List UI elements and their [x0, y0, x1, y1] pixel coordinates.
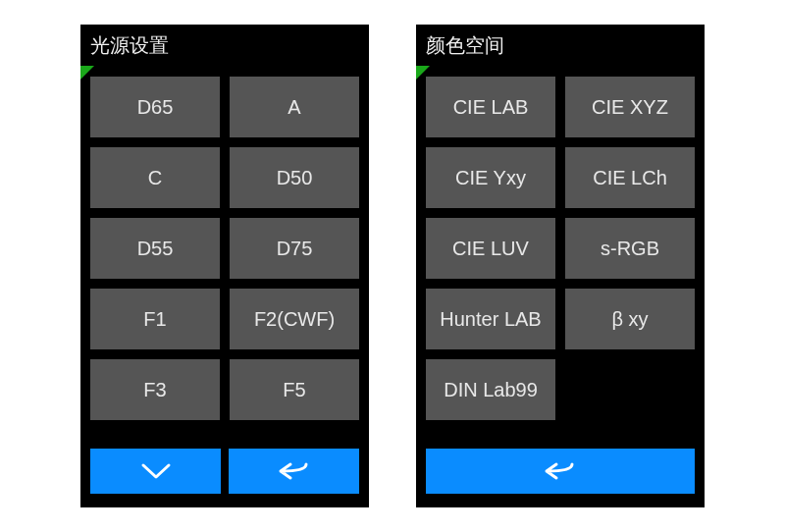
- screen-title: 颜色空间: [416, 25, 705, 69]
- option-f5[interactable]: F5: [230, 359, 359, 420]
- current-indicator-icon: [416, 66, 430, 80]
- option-f3[interactable]: F3: [90, 359, 220, 420]
- option-d50[interactable]: D50: [230, 147, 359, 208]
- option-cie-xyz[interactable]: CIE XYZ: [565, 77, 695, 137]
- option-c[interactable]: C: [90, 147, 220, 208]
- back-arrow-icon: [277, 460, 312, 482]
- option-din-lab99[interactable]: DIN Lab99: [426, 359, 555, 420]
- current-indicator-icon: [80, 66, 94, 80]
- option-beta-xy[interactable]: β xy: [565, 289, 695, 349]
- back-button[interactable]: [229, 449, 359, 494]
- page-down-button[interactable]: [90, 449, 221, 494]
- color-space-screen: 颜色空间 CIE LAB CIE XYZ CIE Yxy CIE LCh CIE…: [416, 25, 705, 507]
- bottom-bar: [80, 449, 369, 507]
- option-srgb[interactable]: s-RGB: [565, 218, 695, 279]
- option-d75[interactable]: D75: [230, 218, 359, 279]
- chevron-down-icon: [139, 461, 173, 481]
- empty-cell: [565, 359, 695, 420]
- screen-title: 光源设置: [80, 25, 369, 69]
- option-grid: CIE LAB CIE XYZ CIE Yxy CIE LCh CIE LUV …: [416, 69, 705, 449]
- option-cie-lab[interactable]: CIE LAB: [426, 77, 555, 137]
- option-f2cwf[interactable]: F2(CWF): [230, 289, 359, 349]
- bottom-bar: [416, 449, 705, 507]
- back-arrow-icon: [543, 460, 578, 482]
- option-d65[interactable]: D65: [90, 77, 220, 137]
- back-button[interactable]: [426, 449, 695, 494]
- option-hunter-lab[interactable]: Hunter LAB: [426, 289, 555, 349]
- option-cie-lch[interactable]: CIE LCh: [565, 147, 695, 208]
- option-cie-luv[interactable]: CIE LUV: [426, 218, 555, 279]
- option-d55[interactable]: D55: [90, 218, 220, 279]
- option-f1[interactable]: F1: [90, 289, 220, 349]
- option-grid: D65 A C D50 D55 D75 F1 F2(CWF) F3 F5: [80, 69, 369, 449]
- option-a[interactable]: A: [230, 77, 359, 137]
- option-cie-yxy[interactable]: CIE Yxy: [426, 147, 555, 208]
- light-source-settings-screen: 光源设置 D65 A C D50 D55 D75 F1 F2(CWF) F3 F…: [80, 25, 369, 507]
